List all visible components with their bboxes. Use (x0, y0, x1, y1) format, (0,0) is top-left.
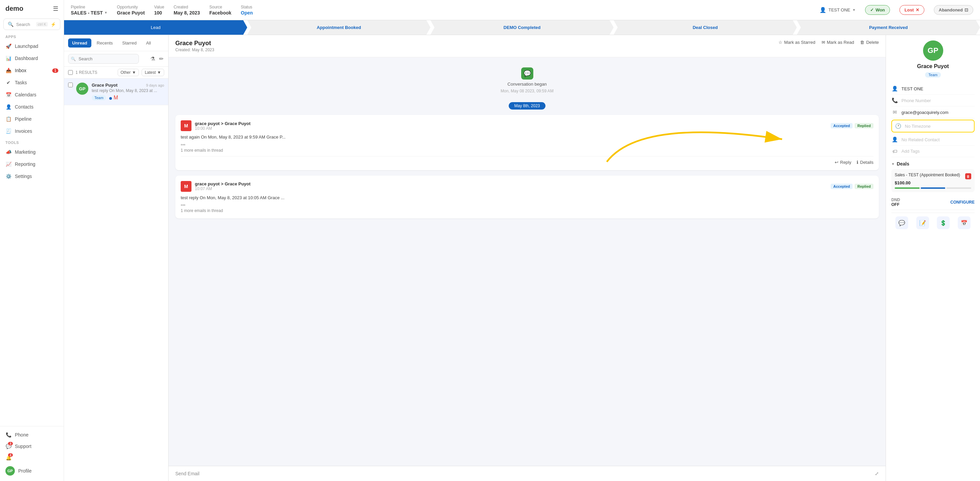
dnd-label: DND (891, 197, 900, 202)
tab-all[interactable]: All (142, 38, 155, 48)
user-chevron: ▼ (852, 8, 856, 12)
abandoned-label: Abandoned (939, 8, 963, 13)
email-time-1: 10:00 AM (195, 126, 827, 131)
dashboard-icon: 📊 (5, 55, 11, 61)
inbox-badge: 1 (52, 68, 58, 73)
deal-amount: $100.00 (895, 180, 971, 186)
compose-icon-btn[interactable]: ✏ (158, 55, 164, 63)
conv-search-bar: ⚗ ✏ (64, 51, 168, 67)
conv-item-checkbox[interactable] (68, 83, 73, 87)
sidebar-item-profile[interactable]: GP Profile (0, 464, 64, 478)
expand-icon[interactable]: ⤢ (875, 471, 879, 476)
tab-unread[interactable]: Unread (68, 38, 91, 48)
step-label: Payment Received (869, 25, 908, 30)
pipeline-selector[interactable]: SALES - TEST ▼ (71, 10, 108, 16)
select-all-checkbox[interactable] (68, 70, 73, 75)
deals-section-title: Deals (891, 161, 975, 167)
pipeline-step-deal[interactable]: Deal Closed (614, 20, 797, 35)
tab-recents[interactable]: Recents (93, 38, 117, 48)
configure-button[interactable]: CONFIGURE (950, 200, 975, 205)
read-action[interactable]: ✉ Mark as Read (822, 40, 854, 45)
replied-badge-2: Replied (854, 184, 873, 189)
sidebar-item-marketing[interactable]: 📣 Marketing (0, 146, 64, 158)
contact-tags[interactable]: 🏷 Add Tags (891, 146, 975, 157)
send-email-bar[interactable]: Send Email ⤢ (169, 466, 886, 481)
tab-notes-btn[interactable]: 📝 (916, 216, 929, 229)
conv-search-input[interactable] (68, 54, 139, 64)
filter-icon-btn[interactable]: ⚗ (150, 55, 156, 63)
sidebar-item-inbox[interactable]: 📥 Inbox 1 (0, 64, 64, 76)
deal-delete-button[interactable]: 🗑 (965, 173, 971, 179)
email-header-1: M grace puyot > Grace Puyot 10:00 AM Acc… (181, 120, 873, 131)
pipeline-chevron: ▼ (104, 11, 108, 14)
sidebar-item-notifications[interactable]: 🔔 4 (0, 452, 64, 464)
contact-timezone[interactable]: 🕐 No Timezone (891, 120, 975, 132)
sidebar-item-pipeline[interactable]: 📋 Pipeline (0, 113, 64, 125)
status-value: Open (241, 10, 253, 16)
conv-item-name: Grace Puyot (92, 83, 118, 87)
tab-chat-btn[interactable]: 💬 (896, 216, 908, 229)
pipeline-step-demo[interactable]: DEMO Completed (431, 20, 614, 35)
won-button[interactable]: ✓ Won (865, 5, 890, 15)
email-from-1: grace puyot > Grace Puyot 10:00 AM (195, 121, 827, 131)
tab-starred[interactable]: Starred (118, 38, 141, 48)
sidebar-item-calendars[interactable]: 📅 Calendars (0, 89, 64, 101)
tab-calendar-btn[interactable]: 📅 (958, 216, 970, 229)
apps-section-label: Apps (0, 31, 64, 40)
sidebar-search[interactable]: 🔍 Search ctrl K ⚡ (3, 19, 60, 30)
assigned-user[interactable]: 👤 TEST ONE ▼ (819, 7, 856, 13)
pipeline-step-payment[interactable]: Payment Received (797, 20, 980, 35)
sidebar-item-support[interactable]: 💬 3 Support (0, 441, 64, 452)
star-action[interactable]: ☆ Mark as Starred (778, 40, 815, 45)
sidebar-item-phone[interactable]: 📞 Phone (0, 429, 64, 441)
pipeline-step-lead[interactable]: Lead (64, 20, 247, 35)
conv-item-badges: Team M (92, 95, 164, 101)
tab-dollar-btn[interactable]: 💲 (937, 216, 950, 229)
sidebar-item-launchpad[interactable]: 🚀 Launchpad (0, 40, 64, 52)
lost-button[interactable]: Lost ✕ (899, 5, 924, 15)
menu-icon[interactable]: ☰ (53, 5, 58, 13)
sidebar-item-label: Reporting (15, 162, 35, 167)
sidebar-item-dashboard[interactable]: 📊 Dashboard (0, 52, 64, 64)
sidebar-item-settings[interactable]: ⚙️ Settings (0, 170, 64, 183)
email-extra-1: *** (181, 143, 873, 148)
won-label: Won (875, 8, 885, 13)
sidebar-item-invoices[interactable]: 🧾 Invoices (0, 125, 64, 137)
step-label: DEMO Completed (504, 25, 541, 30)
sidebar: demo ☰ 🔍 Search ctrl K ⚡ Apps 🚀 Launchpa… (0, 0, 64, 481)
contact-team-tag: Team (925, 72, 941, 78)
phone-icon: 📞 (5, 432, 11, 438)
pipeline-step-appointment[interactable]: Appointment Booked (247, 20, 430, 35)
latest-filter-dropdown[interactable]: Latest ▼ (142, 69, 164, 76)
sidebar-item-contacts[interactable]: 👤 Contacts (0, 101, 64, 113)
conv-item-grace[interactable]: GP Grace Puyot 9 days ago test reply On … (64, 79, 168, 105)
abandoned-button[interactable]: Abandoned ⊡ (934, 5, 974, 15)
progress-bar-blue (921, 187, 946, 189)
email-field-icon: ✉ (891, 109, 898, 115)
assigned-user-name: TEST ONE (828, 8, 850, 13)
search-shortcut: ctrl K (36, 22, 48, 27)
contact-related: 👤 No Related Contact (891, 134, 975, 146)
email-from-2: grace puyot > Grace Puyot 10:07 AM (195, 181, 827, 191)
value-label: Value (154, 5, 164, 10)
delete-action[interactable]: 🗑 Delete (860, 40, 879, 45)
email-actions-1: ↩ Reply ℹ Details (181, 156, 873, 165)
deal-title: Sales - TEST (Appointment Booked) (895, 173, 960, 177)
sidebar-item-label: Invoices (15, 129, 32, 134)
unread-dot (109, 97, 112, 100)
sidebar-item-reporting[interactable]: 📈 Reporting (0, 158, 64, 170)
sidebar-item-label: Tasks (15, 80, 27, 85)
sidebar-item-tasks[interactable]: ✔ Tasks (0, 76, 64, 89)
reply-button[interactable]: ↩ Reply (835, 160, 851, 165)
other-filter-dropdown[interactable]: Other ▼ (118, 69, 139, 76)
email-extra-2: *** (181, 203, 873, 208)
send-email-label: Send Email (175, 471, 200, 476)
sidebar-item-label: Marketing (15, 149, 35, 155)
email-time-2: 10:07 AM (195, 186, 827, 191)
contact-phone[interactable]: 📞 Phone Number (891, 95, 975, 106)
conv-item-preview: test reply On Mon, May 8, 2023 at ... (92, 88, 164, 93)
notification-icon: 🔔 4 (5, 455, 11, 461)
header-value: Value 100 (154, 5, 164, 16)
conv-header-actions: ☆ Mark as Starred ✉ Mark as Read 🗑 Delet… (778, 40, 879, 45)
details-button[interactable]: ℹ Details (857, 160, 873, 165)
